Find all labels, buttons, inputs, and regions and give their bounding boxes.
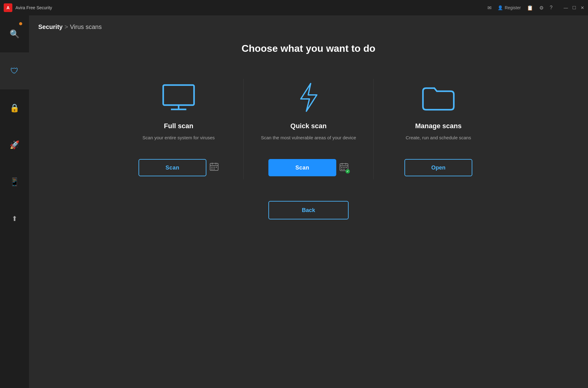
full-scan-desc: Scan your entire system for viruses xyxy=(143,134,215,150)
avira-logo-icon: A xyxy=(4,3,12,12)
app-body: 🔍 🛡 🔒 🚀 📱 ⬆ Security > Virus scans Choos… xyxy=(0,15,588,388)
title-bar-right: ✉ 👤 Register 📋 ⚙ ? — ☐ ✕ xyxy=(487,5,584,11)
manage-scans-card: Manage scans Create, run and schedule sc… xyxy=(374,73,503,186)
notification-dot xyxy=(19,22,22,25)
manage-scans-title: Manage scans xyxy=(415,122,462,130)
title-bar-left: A Avira Free Security xyxy=(4,3,487,12)
app-title: Avira Free Security xyxy=(15,5,52,10)
quick-scan-card: Quick scan Scan the most vulnerable area… xyxy=(244,73,373,186)
full-scan-card: Full scan Scan your entire system for vi… xyxy=(114,73,243,186)
content-area: Choose what you want to do Full scan Sca… xyxy=(29,37,588,388)
svg-rect-0 xyxy=(163,85,194,105)
mobile-icon: 📱 xyxy=(10,177,19,187)
sidebar-item-security[interactable]: 🛡 xyxy=(0,52,29,89)
svg-rect-17 xyxy=(341,167,342,168)
svg-rect-21 xyxy=(346,167,347,168)
schedule-icon-full[interactable] xyxy=(209,162,219,173)
close-button[interactable]: ✕ xyxy=(581,5,584,10)
minimize-button[interactable]: — xyxy=(564,5,568,10)
window-controls: — ☐ ✕ xyxy=(564,5,584,10)
search-icon: 🔍 xyxy=(10,29,19,39)
sidebar-item-update[interactable]: ⬆ xyxy=(0,200,29,237)
quick-scan-button[interactable]: Scan xyxy=(268,159,336,176)
full-scan-button[interactable]: Scan xyxy=(139,159,206,176)
svg-rect-20 xyxy=(343,169,345,170)
breadcrumb-separator: > xyxy=(64,23,68,31)
main-content: Security > Virus scans Choose what you w… xyxy=(29,15,588,388)
svg-marker-12 xyxy=(301,84,317,111)
sidebar: 🔍 🛡 🔒 🚀 📱 ⬆ xyxy=(0,15,29,388)
full-scan-icon xyxy=(162,79,196,116)
messages-icon[interactable]: 📋 xyxy=(527,5,533,11)
update-icon: ⬆ xyxy=(12,215,17,223)
shield-icon: 🛡 xyxy=(10,66,19,76)
full-scan-actions: Scan xyxy=(139,159,219,176)
manage-scans-actions: Open xyxy=(404,159,472,176)
title-bar: A Avira Free Security ✉ 👤 Register 📋 ⚙ ?… xyxy=(0,0,588,15)
svg-rect-7 xyxy=(211,167,213,168)
quick-scan-actions: Scan xyxy=(268,159,349,176)
breadcrumb: Security > Virus scans xyxy=(29,15,588,37)
manage-scans-open-button[interactable]: Open xyxy=(404,159,472,176)
svg-rect-19 xyxy=(341,169,342,170)
register-label: Register xyxy=(505,5,521,10)
sidebar-item-mobile[interactable]: 📱 xyxy=(0,163,29,200)
quick-scan-desc: Scan the most vulnerable areas of your d… xyxy=(261,134,356,150)
breadcrumb-current: Virus scans xyxy=(70,23,102,31)
rocket-icon: 🚀 xyxy=(10,140,19,150)
svg-rect-11 xyxy=(216,167,217,168)
svg-rect-9 xyxy=(211,169,213,169)
account-icon: 👤 xyxy=(498,5,503,10)
register-button[interactable]: 👤 Register xyxy=(498,5,521,10)
svg-rect-8 xyxy=(213,167,215,168)
cards-row: Full scan Scan your entire system for vi… xyxy=(93,73,524,186)
quick-scan-title: Quick scan xyxy=(290,122,326,130)
full-scan-title: Full scan xyxy=(164,122,193,130)
sidebar-item-privacy[interactable]: 🔒 xyxy=(0,89,29,126)
lock-icon: 🔒 xyxy=(10,103,19,113)
quick-scan-icon xyxy=(298,79,319,116)
mail-icon[interactable]: ✉ xyxy=(487,5,491,11)
breadcrumb-root[interactable]: Security xyxy=(38,23,63,31)
manage-scans-desc: Create, run and schedule scans xyxy=(406,134,471,150)
manage-scans-icon xyxy=(421,79,455,116)
help-icon[interactable]: ? xyxy=(550,5,553,10)
sidebar-item-search[interactable]: 🔍 xyxy=(0,15,29,52)
settings-icon[interactable]: ⚙ xyxy=(539,5,544,11)
sidebar-item-performance[interactable]: 🚀 xyxy=(0,126,29,163)
schedule-check-icon-quick[interactable] xyxy=(339,162,349,173)
schedule-check-badge xyxy=(346,169,350,174)
svg-rect-18 xyxy=(343,167,345,168)
maximize-button[interactable]: ☐ xyxy=(572,5,576,10)
page-heading: Choose what you want to do xyxy=(242,43,375,54)
back-button[interactable]: Back xyxy=(268,201,349,219)
svg-rect-10 xyxy=(213,169,215,169)
